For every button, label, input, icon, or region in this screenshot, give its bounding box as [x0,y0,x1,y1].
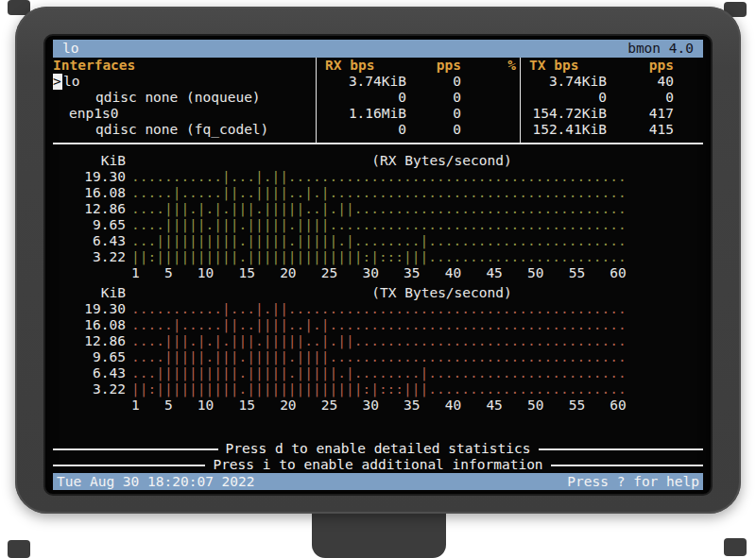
tx-pps-value: 0 [610,90,678,106]
x-axis: 1 5 10 15 20 25 30 35 40 45 50 55 60 [53,397,703,414]
window-title: lo [62,40,78,58]
tx-bps-value: 0 [520,90,610,106]
percent-value [465,106,520,122]
y-tick: 12.86 [53,201,126,217]
y-axis-unit: KiB [53,285,126,301]
y-tick: 6.43 [53,233,126,249]
rx-pps-value: 0 [410,74,465,90]
percent-value [465,74,520,90]
y-axis-unit: KiB [53,153,126,169]
selection-cursor: > [53,74,62,90]
graph-title: (TX Bytes/second) [153,285,730,301]
y-tick: 9.65 [53,349,126,365]
graph-cells: ||:||||||||||.||||||||||||||:|:::|||....… [131,249,627,265]
hint-text: Press i to enable additional information [205,457,550,473]
rx-pps-value: 0 [410,106,465,122]
graph-cells: ....|||||.|||.|||||.||||................… [131,217,627,233]
help-hint: Press ? for help [567,473,699,490]
rx-pps-value: 0 [410,90,465,106]
rx-pps-value: 0 [410,122,465,138]
col-tx-bps: TX bps [520,58,610,74]
interface-name: lo [62,74,79,90]
y-tick: 12.86 [53,333,126,349]
app-version: bmon 4.0 [627,40,694,58]
graph-cells: ....|||.|.|.|||.|||||..|.||.............… [131,333,627,349]
hint-text: Press d to enable detailed statistics [218,441,539,457]
percent-value [465,90,520,106]
rx-bps-value: 3.74KiB [316,74,410,90]
col-interfaces: Interfaces [53,58,316,74]
y-tick: 6.43 [53,365,126,381]
graph-cells: ...||||||||||.|||||.|||||.|........|....… [131,365,627,381]
y-tick: 16.08 [53,185,126,201]
status-bar: Tue Aug 30 18:20:07 2022 Press ? for hel… [53,473,703,490]
tx-graph: KiB (TX Bytes/second) 19.30...........|.… [53,285,703,414]
interface-row-lo[interactable]: > lo 3.74KiB 0 3.74KiB 40 [53,74,703,90]
graph-cells: ....|||||.|||.|||||.||||................… [131,349,627,365]
selection-cursor [53,122,62,138]
tx-pps-value: 417 [610,106,678,122]
tx-bps-value: 154.72KiB [520,106,610,122]
qdisc-name: qdisc none (noqueue) [62,90,261,106]
tx-pps-value: 40 [610,74,678,90]
hint-additional-info: Press i to enable additional information [53,457,703,473]
qdisc-name: qdisc none (fq_codel) [62,122,268,138]
terminal-bezel: lo bmon 4.0 Interfaces RX bps pps % TX b… [15,7,741,514]
tx-pps-value: 415 [610,122,678,138]
col-rx-bps: RX bps [316,58,410,74]
mockup-tab-bottom-right [724,538,747,556]
percent-value [465,122,520,138]
qdisc-row[interactable]: qdisc none (fq_codel) 0 0 152.41KiB 415 [53,122,703,138]
col-rx-pps: pps [410,58,465,74]
y-tick: 19.30 [53,169,126,185]
interface-row-enp1s0[interactable]: enp1s0 1.16MiB 0 154.72KiB 417 [53,106,703,122]
y-tick: 3.22 [53,249,126,265]
tx-bps-value: 152.41KiB [520,122,610,138]
rx-bps-value: 1.16MiB [316,106,410,122]
y-tick: 16.08 [53,317,126,333]
rx-graph-header: KiB (RX Bytes/second) [53,153,703,169]
graph-cells: ....|||.|.|.|||.|||||..|.||.............… [131,201,627,217]
qdisc-row[interactable]: qdisc none (noqueue) 0 0 0 0 [53,90,703,106]
graph-cells: ...........|...|.||.....................… [131,169,627,185]
terminal-screen[interactable]: lo bmon 4.0 Interfaces RX bps pps % TX b… [43,34,713,496]
tx-graph-header: KiB (TX Bytes/second) [53,285,703,301]
title-bar: lo bmon 4.0 [53,40,703,58]
selection-cursor [53,90,62,106]
graph-cells: .....|.....||..||||..|.|................… [131,185,627,201]
monitor-stand [312,508,446,558]
x-axis-ticks: 1 5 10 15 20 25 30 35 40 45 50 55 60 [131,397,627,414]
mockup-tab-bottom-left [8,540,30,558]
y-tick: 3.22 [53,381,126,397]
rx-graph: KiB (RX Bytes/second) 19.30...........|.… [53,153,703,281]
column-separator [316,58,317,143]
graph-cells: .....|.....||..||||..|.|................… [131,317,627,333]
hint-detailed-stats: Press d to enable detailed statistics [53,441,703,457]
y-tick: 19.30 [53,301,126,317]
tx-bps-value: 3.74KiB [520,74,610,90]
interface-name: enp1s0 [62,106,118,122]
table-header: Interfaces RX bps pps % TX bps pps [53,58,703,74]
graph-cells: ...........|...|.||.....................… [131,301,627,317]
graph-title: (RX Bytes/second) [153,153,730,169]
x-axis-ticks: 1 5 10 15 20 25 30 35 40 45 50 55 60 [131,265,627,281]
column-separator [520,58,521,143]
col-tx-pps: pps [610,58,678,74]
y-tick: 9.65 [53,217,126,233]
page: lo bmon 4.0 Interfaces RX bps pps % TX b… [0,0,756,558]
graph-cells: ...||||||||||.|||||.|||||.|........|....… [131,233,627,249]
rx-bps-value: 0 [316,90,410,106]
rx-bps-value: 0 [316,122,410,138]
selection-cursor [53,106,62,122]
x-axis: 1 5 10 15 20 25 30 35 40 45 50 55 60 [53,265,703,281]
graph-cells: ||:||||||||||.||||||||||||||:|:::|||....… [131,381,627,397]
col-percent: % [465,58,520,74]
status-clock: Tue Aug 30 18:20:07 2022 [57,473,255,490]
interfaces-table: Interfaces RX bps pps % TX bps pps > lo … [53,58,703,144]
